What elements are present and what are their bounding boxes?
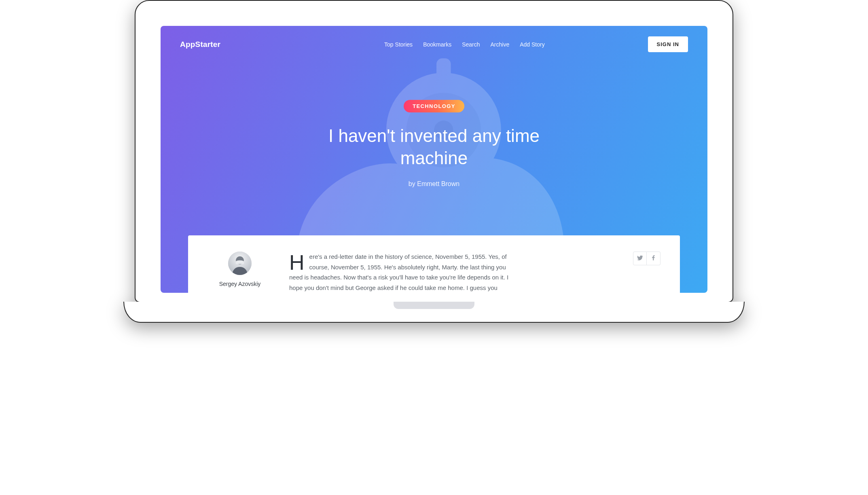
laptop-frame: AppStarter Top Stories Bookmarks Search … (135, 0, 733, 323)
share-twitter-button[interactable] (633, 252, 647, 265)
app-screen: AppStarter Top Stories Bookmarks Search … (161, 26, 707, 293)
sign-in-button[interactable]: SIGN IN (648, 36, 688, 52)
author-column: Sergey Azovskiy (207, 252, 272, 293)
nav-link-archive[interactable]: Archive (491, 41, 510, 48)
article-text: ere's a red-letter date in the history o… (289, 253, 508, 291)
article-title: I haven't invented any time machine (321, 125, 547, 169)
author-avatar[interactable] (228, 252, 252, 275)
hero: TECHNOLOGY I haven't invented any time m… (161, 63, 707, 188)
category-pill[interactable]: TECHNOLOGY (404, 100, 464, 112)
author-name[interactable]: Sergey Azovskiy (207, 281, 272, 287)
laptop-notch (394, 302, 474, 309)
nav-link-top-stories[interactable]: Top Stories (384, 41, 413, 48)
nav-link-bookmarks[interactable]: Bookmarks (423, 41, 451, 48)
laptop-base (123, 302, 745, 323)
facebook-icon (650, 255, 656, 262)
article-card: Sergey Azovskiy H ere's a red-letter dat… (188, 235, 680, 293)
brand-logo[interactable]: AppStarter (180, 40, 220, 49)
share-facebook-button[interactable] (647, 252, 661, 265)
navbar: AppStarter Top Stories Bookmarks Search … (161, 26, 707, 63)
share-buttons (633, 252, 661, 293)
article-body: H ere's a red-letter date in the history… (289, 252, 516, 293)
screen-bezel: AppStarter Top Stories Bookmarks Search … (135, 0, 733, 302)
nav-link-search[interactable]: Search (462, 41, 480, 48)
nav-link-add-story[interactable]: Add Story (520, 41, 544, 48)
twitter-icon (637, 255, 643, 262)
nav-menu: Top Stories Bookmarks Search Archive Add… (324, 41, 545, 48)
dropcap: H (289, 252, 309, 272)
article-byline: by Emmett Brown (409, 180, 459, 188)
